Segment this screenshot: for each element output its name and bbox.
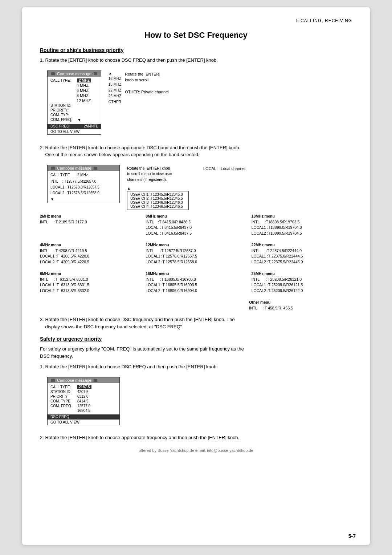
compose-box-2: Compose message CALL TYPE 2 MHz INTL : T… — [47, 165, 120, 203]
step1-text: 1. Rotate the [ENTER] knob to choose DSC… — [40, 57, 352, 64]
freq-other: Other menu INTL :T 458.5/R 455.5 — [249, 300, 352, 311]
page: 5 CALLING, RECEIVING How to Set DSC Freq… — [22, 7, 370, 545]
compose2-calltype-row: CALL TYPE 2 MHz — [50, 173, 117, 177]
page-title: How to Set DSC Frequency — [40, 31, 352, 40]
compose3-extra-value: 16804.5 — [77, 409, 90, 413]
dropdown-8mhz: 8 MHZ — [77, 93, 98, 98]
compose-footer-3: GO TO ALL VIEW — [48, 419, 119, 425]
compose-title-3: Compose message — [48, 377, 119, 383]
annotation1-content: ▲ 16 MHZ18 MHZ22 MHZ25 MHZOTHER Rotate t… — [109, 71, 169, 105]
diagram2: Compose message CALL TYPE 2 MHz INTL : T… — [40, 162, 352, 210]
dropdown-6mhz: 6 MHZ — [77, 88, 98, 93]
compose3-row-priority: PRIORITY 6312.0 — [50, 394, 117, 399]
freq-22mhz-rows: INTL :T 22374.5/R22444.0 LOCAL1 :T 22375… — [252, 248, 352, 265]
section1-heading: Routine or ship's business priority — [40, 47, 352, 53]
dsc-freq-row-1: DSC FREQ 2M-INTL — [48, 124, 101, 129]
dsc-freq-value-1: 2M-INTL — [84, 124, 98, 128]
compose-box-3: Compose message CALL TYPE: 2187.5 STATIO… — [47, 377, 120, 425]
compose-row-stationid: STATION ID: — [50, 103, 98, 108]
compose3-stationid-label: STATION ID: — [50, 390, 76, 394]
compose3-row-calltype: CALL TYPE: 2187.5 — [50, 385, 117, 389]
annotation1-notes: Rotate the [ENTER] knob to scroll. OTHER… — [125, 71, 168, 95]
title-bar3-right — [94, 379, 97, 382]
compose3-stationid-value: 4207.5 — [77, 390, 89, 394]
compose3-comfreq-label: COM. FREQ — [50, 404, 76, 408]
freq-2mhz-title: 2MHz menu — [40, 214, 140, 219]
title-bar3-left — [51, 379, 55, 382]
compose-title-text-2: Compose message — [57, 166, 91, 170]
compose-footer-text-1: GO TO ALL VIEW — [50, 130, 79, 134]
compose-body-2: CALL TYPE 2 MHz INTL : T12577.5/R12657.0… — [48, 171, 119, 203]
title-bar2-left — [51, 167, 55, 170]
other-note: OTHER: Private channel — [125, 89, 168, 95]
stationid-label: STATION ID: — [50, 104, 76, 108]
dsc-freq-row-3: DSC FREQ — [48, 414, 119, 419]
compose-row-comtyp: COM. TYP: — [50, 113, 98, 117]
step3-text: 3. Rotate the [ENTER] knob to choose DSC… — [40, 316, 352, 330]
compose-title-text-3: Compose message — [57, 378, 91, 382]
calltype-label: CALL TYPE: — [50, 78, 76, 82]
freq-8mhz-title: 8MHz menu — [146, 214, 246, 219]
compose-body-1: CALL TYPE: 2 MHZ 4 MHZ 6 MHZ 8 MHZ 12 MH… — [48, 77, 101, 124]
freq-2mhz-rows: INTL :T 2189.5/R 2177.0 — [40, 219, 140, 225]
compose-row-calltype: CALL TYPE: 2 MHZ — [50, 78, 98, 83]
annotation2-text: Rotate the [ENTER] knob to scroll menu t… — [127, 166, 189, 183]
compose3-priority-label: PRIORITY — [50, 394, 76, 398]
freq-list-box: ▲ 16 MHZ18 MHZ22 MHZ25 MHZOTHER — [109, 71, 122, 105]
compose3-calltype-label: CALL TYPE: — [50, 385, 76, 389]
freq-12mhz-title: 12MHz menu — [146, 242, 246, 248]
local-note: LOCAL = Local channel — [203, 166, 245, 172]
compose3-priority-value: 6312.0 — [77, 394, 89, 398]
compose-title-2: Compose message — [48, 165, 119, 171]
freq-25mhz-title: 25MHz menu — [252, 271, 352, 277]
compose3-comtype-label: COM. TYPE — [50, 399, 76, 403]
compose-row-priority: PRIORITY: — [50, 108, 98, 113]
freq-list: 16 MHZ18 MHZ22 MHZ25 MHZOTHER — [109, 76, 122, 105]
title-bar-right — [94, 72, 97, 75]
annotation2: Rotate the [ENTER] knob to scroll menu t… — [127, 166, 189, 210]
comfreq-arrow: ▼ — [77, 118, 81, 122]
compose-row-comfreq: COM. FREQ: ▼ — [50, 117, 98, 122]
freq-18mhz: 18MHz menu INTL :T18898.5/R19703.5 LOCAL… — [252, 214, 352, 236]
freq-6mhz-title: 6MHz menu — [40, 271, 140, 277]
freq-16mhz-title: 16MHz menu — [146, 271, 246, 277]
compose3-comfreq-value: 12577.0 — [77, 404, 90, 408]
section2-heading: Safety or urgency priority — [40, 336, 352, 342]
rotate-note-1: Rotate the [ENTER] — [125, 71, 168, 77]
section2-intro: For safety or urgency priority "COM. FRE… — [40, 345, 352, 360]
dropdown-12mhz: 12 MHZ — [77, 98, 98, 103]
compose-title-1: Compose message — [48, 71, 101, 77]
compose3-calltype-value: 2187.5 — [77, 385, 91, 389]
section2-step1: 1. Rotate the [ENTER] knob to choose DSC… — [40, 363, 352, 370]
rotate-note-2: knob to scroll. — [125, 77, 168, 83]
compose2-calltype-value: 2 MHz — [77, 173, 88, 177]
dsc-freq-label-3: DSC FREQ — [50, 415, 69, 419]
freq-8mhz-rows: INTL :T 8415.0/R 8436.5 LOCAL :T 8415.5/… — [146, 219, 246, 236]
freq-4mhz-rows: INTL :T 4208.0/R 4219.5 LOCAL1 :T 4208.5… — [40, 248, 140, 265]
compose3-row-extra: 16804.5 — [50, 408, 117, 413]
compose2-arrow: ▼ — [50, 197, 117, 201]
freq-25mhz: 25MHz menu INTL :T 25208.5/R26121.0 LOCA… — [252, 271, 352, 294]
freq-12mhz: 12MHz menu INTL :T 12577.5/R12657.0 LOCA… — [146, 242, 246, 265]
compose3-row-comtype: COM. TYPE 8414.5 — [50, 399, 117, 404]
freq-tables-row1: 2MHz menu INTL :T 2189.5/R 2177.0 8MHz m… — [40, 214, 352, 236]
diagram1: Compose message CALL TYPE: 2 MHZ 4 MHZ 6… — [40, 68, 352, 139]
freq-6mhz-rows: INTL :T 6312.5/R 6331.0 LOCAL1 :T 6313.0… — [40, 277, 140, 294]
comtyp-label: COM. TYP: — [50, 113, 76, 117]
freq-8mhz: 8MHz menu INTL :T 8415.0/R 8436.5 LOCAL … — [146, 214, 246, 236]
freq-12mhz-rows: INTL :T 12577.5/R12657.0 LOCAL1 :T 12578… — [146, 248, 246, 265]
freq-6mhz: 6MHz menu INTL :T 6312.5/R 6331.0 LOCAL1… — [40, 271, 140, 294]
footer-text: offered by Busse-Yachtshop.de email: inf… — [40, 448, 352, 453]
compose-box-1: Compose message CALL TYPE: 2 MHZ 4 MHZ 6… — [47, 70, 101, 135]
freq-2mhz: 2MHz menu INTL :T 2189.5/R 2177.0 — [40, 214, 140, 236]
freq-18mhz-rows: INTL :T18898.5/R19703.5 LOCAL1 :T18899.0… — [252, 219, 352, 236]
chapter-header: 5 CALLING, RECEIVING — [40, 18, 352, 23]
user-ch-arrow: ▲ — [127, 186, 189, 190]
compose-footer-1: GO TO ALL VIEW — [48, 129, 101, 134]
dropdown-4mhz: 4 MHZ — [77, 83, 98, 88]
compose3-row-comfreq: COM. FREQ 12577.0 — [50, 404, 117, 408]
annotation1: ▲ 16 MHZ18 MHZ22 MHZ25 MHZOTHER Rotate t… — [109, 71, 169, 105]
user-ch-box: USER CH1 :T12345.0/R12345.0 USER CH2 :T1… — [127, 191, 189, 210]
step2-text: 2. Rotate the [ENTER] knob to choose app… — [40, 144, 352, 158]
freq-18mhz-title: 18MHz menu — [252, 214, 352, 219]
